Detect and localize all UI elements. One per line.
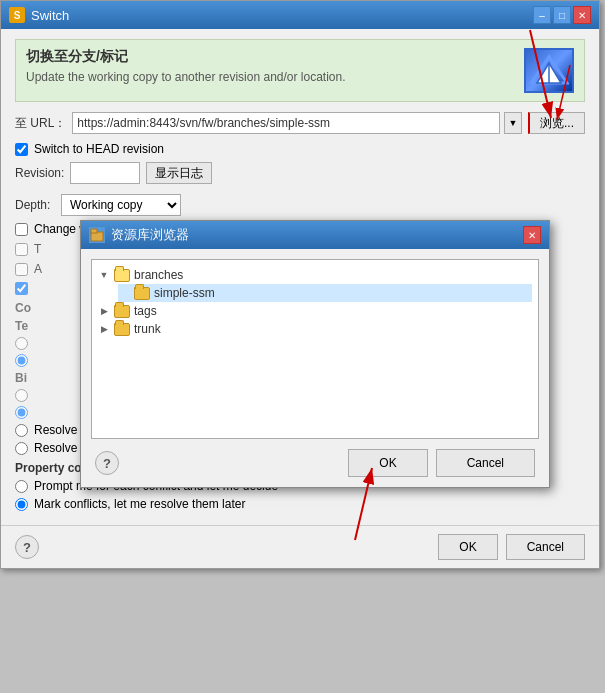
maximize-button[interactable]: □ (553, 6, 571, 24)
prop-radio-2-label: Mark conflicts, let me resolve them late… (34, 497, 245, 511)
title-bar-left: S Switch (9, 7, 69, 23)
switch-head-checkbox[interactable] (15, 143, 28, 156)
url-input-wrap: ▼ (72, 112, 522, 134)
window-title: Switch (31, 8, 69, 23)
folder-icon-branches (114, 269, 130, 282)
tree-item-simple-ssm[interactable]: simple-ssm (118, 284, 532, 302)
repository-browser-dialog: 资源库浏览器 ✕ ▼ branches simple-ssm ▶ (80, 220, 550, 488)
expand-trunk-icon: ▶ (98, 324, 110, 334)
switch-head-label: Switch to HEAD revision (34, 142, 164, 156)
tree-label-trunk: trunk (134, 322, 161, 336)
checkbox-checked[interactable] (15, 282, 28, 295)
browse-button[interactable]: 浏览... (528, 112, 585, 134)
switch-head-row: Switch to HEAD revision (15, 142, 585, 156)
radio-2[interactable] (15, 354, 28, 367)
prop-radio-1[interactable] (15, 480, 28, 493)
minimize-button[interactable]: – (533, 6, 551, 24)
prop-radio-2-row: Mark conflicts, let me resolve them late… (15, 497, 585, 511)
dialog-help-button[interactable]: ? (95, 451, 119, 475)
depth-label: Depth: (15, 198, 55, 212)
radio-1[interactable] (15, 337, 28, 350)
url-row: 至 URL： ▼ 浏览... (15, 112, 585, 134)
dialog-title-text: 资源库浏览器 (111, 226, 189, 244)
prop-conflict-radio-1[interactable] (15, 424, 28, 437)
tree-item-branches[interactable]: ▼ branches (98, 266, 532, 284)
prop-conflict-radio-2[interactable] (15, 442, 28, 455)
header-section: 切换至分支/标记 Update the working copy to anot… (15, 39, 585, 102)
folder-icon-simple-ssm (134, 287, 150, 300)
dialog-body: ▼ branches simple-ssm ▶ tags ▶ (81, 249, 549, 487)
title-controls: – □ ✕ (533, 6, 591, 24)
url-label: 至 URL： (15, 115, 66, 132)
tree-item-trunk[interactable]: ▶ trunk (98, 320, 532, 338)
bottom-bar-right: OK Cancel (438, 534, 585, 560)
app-icon: S (9, 7, 25, 23)
dialog-cancel-button[interactable]: Cancel (436, 449, 535, 477)
change-depth-checkbox[interactable] (15, 223, 28, 236)
dialog-ok-button[interactable]: OK (348, 449, 427, 477)
header-title: 切换至分支/标记 (26, 48, 346, 66)
expand-branches-icon: ▼ (98, 270, 110, 280)
help-button[interactable]: ? (15, 535, 39, 559)
prop-radio-2[interactable] (15, 498, 28, 511)
dialog-btn-group: OK Cancel (348, 449, 535, 477)
revision-label: Revision: (15, 166, 64, 180)
cancel-button[interactable]: Cancel (506, 534, 585, 560)
binary-radio-1[interactable] (15, 389, 28, 402)
title-bar: S Switch – □ ✕ (1, 1, 599, 29)
bottom-bar: ? OK Cancel (1, 525, 599, 568)
dialog-buttons: ? OK Cancel (91, 449, 539, 477)
dialog-title-left: 资源库浏览器 (89, 226, 189, 244)
checkbox-a-label: A (34, 262, 42, 276)
checkbox-t-label: T (34, 242, 41, 256)
tree-label-branches: branches (134, 268, 183, 282)
header-text: 切换至分支/标记 Update the working copy to anot… (26, 48, 346, 84)
checkbox-a[interactable] (15, 263, 28, 276)
header-description: Update the working copy to another revis… (26, 70, 346, 84)
tree-item-tags[interactable]: ▶ tags (98, 302, 532, 320)
binary-radio-2[interactable] (15, 406, 28, 419)
depth-select[interactable]: Working copy (61, 194, 181, 216)
revision-row: Revision: 显示日志 (15, 162, 585, 184)
tree-label-tags: tags (134, 304, 157, 318)
show-log-button[interactable]: 显示日志 (146, 162, 212, 184)
close-button[interactable]: ✕ (573, 6, 591, 24)
checkbox-t[interactable] (15, 243, 28, 256)
tree-view[interactable]: ▼ branches simple-ssm ▶ tags ▶ (91, 259, 539, 439)
svg-rect-2 (91, 229, 97, 233)
dialog-close-button[interactable]: ✕ (523, 226, 541, 244)
url-dropdown-button[interactable]: ▼ (504, 112, 522, 134)
folder-icon-trunk (114, 323, 130, 336)
app-logo (524, 48, 574, 93)
dialog-icon (89, 227, 105, 243)
dialog-title-bar: 资源库浏览器 ✕ (81, 221, 549, 249)
expand-tags-icon: ▶ (98, 306, 110, 316)
url-input[interactable] (72, 112, 500, 134)
branches-children: simple-ssm (98, 284, 532, 302)
folder-icon-tags (114, 305, 130, 318)
tree-label-simple-ssm: simple-ssm (154, 286, 215, 300)
ok-button[interactable]: OK (438, 534, 497, 560)
revision-input[interactable] (70, 162, 140, 184)
depth-row: Depth: Working copy (15, 194, 585, 216)
